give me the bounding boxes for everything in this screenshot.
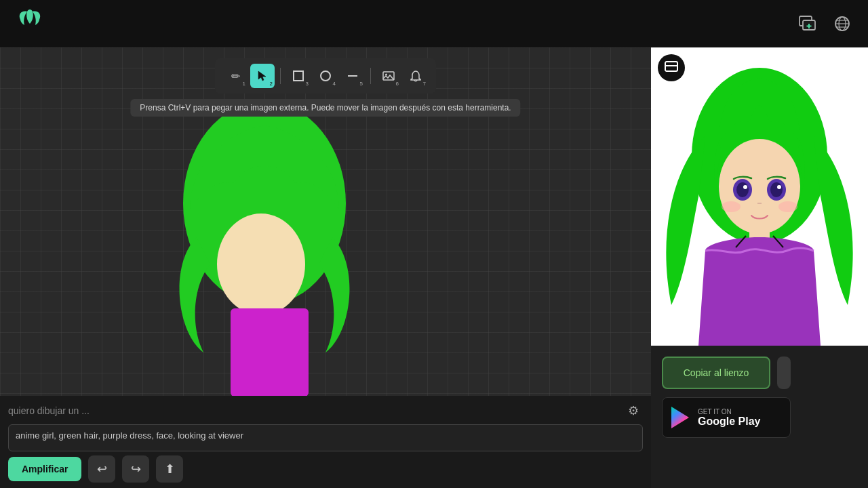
preview-expand-button[interactable] <box>658 54 685 81</box>
preview-area <box>651 47 868 346</box>
redo-button[interactable]: ↪ <box>122 455 149 483</box>
anime-girl-preview <box>651 47 868 346</box>
svg-point-28 <box>722 201 741 212</box>
upload-button[interactable]: ⬆ <box>156 455 183 483</box>
svg-point-29 <box>778 201 797 212</box>
more-options-button[interactable] <box>777 357 791 389</box>
prompt-header: quiero dibujar un ... ⚙ <box>8 401 643 420</box>
globe-icon[interactable] <box>830 12 854 36</box>
tooltip: Prensa Ctrl+V para pegar una imagen exte… <box>130 99 520 117</box>
add-window-icon[interactable] <box>795 12 819 36</box>
circle-tool[interactable]: 4 <box>313 64 338 88</box>
image-tool[interactable]: 6 <box>376 64 401 88</box>
prompt-placeholder: quiero dibujar un ... <box>8 405 90 416</box>
pencil-tool[interactable]: ✏1 <box>223 64 248 88</box>
toolbar: ✏1 2 3 4 5 <box>215 58 436 94</box>
canvas-area[interactable]: ✏1 2 3 4 5 <box>0 47 651 488</box>
svg-point-10 <box>321 71 330 81</box>
logo-icon <box>14 6 46 39</box>
svg-point-21 <box>719 139 800 234</box>
amplify-button[interactable]: Amplificar <box>8 457 81 481</box>
tool-divider-1 <box>280 68 281 84</box>
svg-point-27 <box>777 185 781 189</box>
prompt-actions: Amplificar ↩ ↪ ⬆ <box>8 455 643 483</box>
google-play-label: Google Play <box>698 415 760 428</box>
prompt-area: quiero dibujar un ... ⚙ anime girl, gree… <box>0 396 651 488</box>
prompt-input[interactable]: anime girl, green hair, purple dress, fa… <box>8 424 643 451</box>
svg-rect-9 <box>294 71 303 81</box>
select-tool[interactable]: 2 <box>250 64 275 88</box>
play-text-area: GET IT ON Google Play <box>698 408 760 428</box>
svg-point-15 <box>217 214 305 315</box>
header-right <box>795 12 854 36</box>
header <box>0 0 868 47</box>
tool-divider-2 <box>370 68 371 84</box>
google-play-icon <box>669 405 691 430</box>
copy-to-canvas-button[interactable]: Copiar al lienzo <box>662 357 770 389</box>
svg-point-23 <box>736 182 749 197</box>
svg-point-13 <box>385 74 387 76</box>
right-bottom: Copiar al lienzo <box>651 346 868 488</box>
svg-point-24 <box>743 185 747 189</box>
undo-button[interactable]: ↩ <box>88 455 115 483</box>
rect-tool[interactable]: 3 <box>286 64 311 88</box>
canvas-drawing <box>149 115 380 400</box>
svg-point-26 <box>770 182 783 197</box>
svg-rect-16 <box>231 308 309 396</box>
line-tool[interactable]: 5 <box>340 64 365 88</box>
logo-area <box>14 6 46 41</box>
google-play-badge[interactable]: GET IT ON Google Play <box>662 397 791 438</box>
get-it-on-label: GET IT ON <box>698 408 760 415</box>
notification-tool[interactable]: 7 <box>403 64 428 88</box>
right-actions: Copiar al lienzo <box>662 357 857 389</box>
settings-icon[interactable]: ⚙ <box>624 401 643 420</box>
right-panel: Copiar al lienzo <box>651 47 868 488</box>
